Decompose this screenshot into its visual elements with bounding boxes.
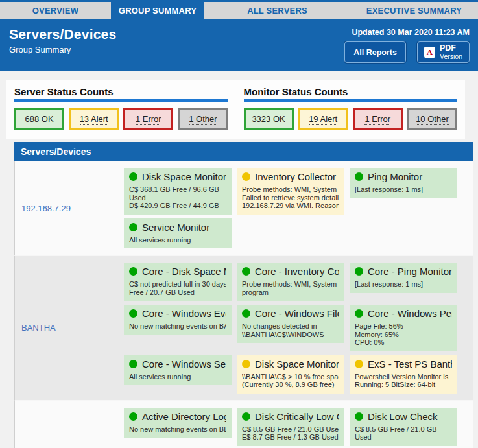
server-name-link[interactable]: BANTHA xyxy=(21,323,56,333)
monitor-title-link[interactable]: Core - Windows File Ch xyxy=(242,308,339,319)
monitor-detail: C$ 368.1 GB Free / 96.6 GBUsedD$ 420.9 G… xyxy=(129,185,226,210)
monitor-title: Core - Disk Space Mon xyxy=(142,266,226,277)
monitor-detail: Probe methods: WMI, System DetailsFailed… xyxy=(242,185,339,210)
detail-line: Free / 20.7 GB Used xyxy=(129,289,226,297)
monitor-cell: Core - Windows PerforPage File: 56%Memor… xyxy=(350,305,457,351)
monitor-title-link[interactable]: Ping Monitor xyxy=(355,171,452,182)
detail-line: No new matching events on BB-8 xyxy=(129,425,226,434)
monitor-title: Service Monitor xyxy=(142,222,209,233)
status-badge-alert[interactable]: 13 Alert xyxy=(69,108,119,130)
detail-line: Running: 5 BitSize: 64-bit xyxy=(355,381,452,389)
tab-all-servers[interactable]: ALL SERVERS xyxy=(204,2,350,19)
detail-line: \\BANTHA\C$ > 10 % free space xyxy=(242,373,339,381)
status-dot-ok-icon xyxy=(129,360,137,368)
badge-label: 1 Other xyxy=(189,114,217,125)
server-name-link[interactable]: 192.168.7.29 xyxy=(21,204,71,213)
detail-line: All services running xyxy=(129,236,226,244)
status-dot-ok-icon xyxy=(129,172,137,181)
detail-line: C$ 8.5 GB Free / 21.0 GB xyxy=(355,425,452,434)
status-badge-error[interactable]: 1 Error xyxy=(123,108,173,130)
monitor-detail: No new matching events on BB-8 xyxy=(129,425,226,434)
monitor-cell: Core - Windows File ChNo changes detecte… xyxy=(237,305,344,343)
monitor-title-link[interactable]: Disk Critically Low Che xyxy=(242,411,339,422)
server-row: 192.168.7.29Disk Space MonitorC$ 368.1 G… xyxy=(14,161,473,256)
report-header: Servers/Devices Group Summary Updated 30… xyxy=(0,19,478,71)
tab-executive-summary[interactable]: EXECUTIVE SUMMARY xyxy=(350,2,478,19)
monitor-grid: Core - Disk Space MonC$ not predicted fu… xyxy=(124,256,457,400)
monitor-cell: Core - Disk Space MonC$ not predicted fu… xyxy=(124,263,232,301)
status-dot-ok-icon xyxy=(355,412,363,421)
monitor-detail: \\BANTHA\C$ > 10 % free space(Currently … xyxy=(242,373,339,389)
monitor-title-link[interactable]: Inventory Collector xyxy=(242,171,339,182)
tab-group-summary[interactable]: GROUP SUMMARY xyxy=(111,2,204,19)
status-dot-alert-icon xyxy=(242,172,250,181)
monitor-title: Core - Windows Perfor xyxy=(368,308,452,319)
monitor-title-link[interactable]: Disk Low Check xyxy=(355,411,452,422)
status-badge-alert[interactable]: 19 Alert xyxy=(298,108,348,130)
monitor-title: Disk Space Monitor Co xyxy=(255,359,339,370)
pdf-version-label: Version xyxy=(440,53,462,61)
badge-label: 3323 OK xyxy=(252,114,285,124)
detail-line: Failed to retrieve system details via W xyxy=(242,194,339,202)
monitor-title-link[interactable]: Disk Space Monitor xyxy=(129,171,226,182)
monitor-title-link[interactable]: Core - Disk Space Mon xyxy=(129,266,226,277)
status-badge-ok: 3323 OK xyxy=(244,108,294,130)
status-badge-error[interactable]: 1 Error xyxy=(353,108,403,130)
status-dot-alert-icon xyxy=(242,360,250,368)
status-dot-ok-icon xyxy=(242,267,250,276)
monitor-cell: Core - Windows EventNo new matching even… xyxy=(124,305,232,335)
monitor-title-link[interactable]: Core - Ping Monitor xyxy=(355,266,452,277)
monitor-title-link[interactable]: Core - Windows Perfor xyxy=(355,308,452,319)
monitor-detail: All services running xyxy=(129,236,226,244)
report-header-titles: Servers/Devices Group Summary xyxy=(9,19,116,71)
status-panel-title: Monitor Status Counts xyxy=(244,86,458,99)
detail-line: \\BANTHA\C$\WINDOWS xyxy=(242,331,339,339)
monitor-cell: Disk Space Monitor Co\\BANTHA\C$ > 10 % … xyxy=(237,355,344,394)
monitor-grid: Disk Space MonitorC$ 368.1 GB Free / 96.… xyxy=(124,161,457,255)
table-rows: 192.168.7.29Disk Space MonitorC$ 368.1 G… xyxy=(14,161,473,448)
monitor-title: Ping Monitor xyxy=(368,171,422,182)
status-badge-other[interactable]: 10 Other xyxy=(407,108,457,130)
monitor-detail: Powershell Version Monitor isRunning: 5 … xyxy=(355,373,452,389)
page-title: Servers/Devices xyxy=(9,27,116,42)
detail-line: program xyxy=(242,289,339,297)
monitor-grid: Active Directory LoginNo new matching ev… xyxy=(124,401,457,448)
monitor-cell: Core - Ping Monitor[Last response: 1 ms] xyxy=(350,263,457,293)
status-dot-ok-icon xyxy=(242,309,250,318)
tab-overview[interactable]: OVERVIEW xyxy=(0,2,111,19)
table-header: Servers/Devices xyxy=(14,142,473,161)
monitor-detail: [Last response: 1 ms] xyxy=(355,280,452,289)
status-dot-ok-icon xyxy=(355,172,363,181)
monitor-cell: Ping Monitor[Last response: 1 ms] xyxy=(350,168,457,198)
monitor-title: Inventory Collector xyxy=(255,171,336,182)
monitor-detail: No changes detected in\\BANTHA\C$\WINDOW… xyxy=(242,322,339,338)
monitor-title-link[interactable]: Service Monitor xyxy=(129,222,226,233)
status-badge-other[interactable]: 1 Other xyxy=(178,108,228,130)
monitor-title: Core - Ping Monitor xyxy=(368,266,452,277)
monitor-title-link[interactable]: Disk Space Monitor Co xyxy=(242,359,339,370)
monitor-title-link[interactable]: Core - Inventory Collec xyxy=(242,266,339,277)
monitor-detail: [Last response: 1 ms] xyxy=(355,185,452,194)
monitor-title-link[interactable]: ExS - Test PS Bantha xyxy=(355,359,452,370)
badge-label: 688 OK xyxy=(25,114,54,124)
status-panel-title: Server Status Counts xyxy=(14,86,228,99)
detail-line: C$ not predicted full in 30 days, 8.9 G xyxy=(129,280,226,289)
monitor-title: Active Directory Login xyxy=(142,411,226,422)
monitor-title-link[interactable]: Active Directory Login xyxy=(129,411,226,422)
monitor-title: Disk Space Monitor xyxy=(142,171,226,182)
all-reports-button[interactable]: All Reports xyxy=(344,41,406,63)
monitor-title: Core - Windows Event xyxy=(142,308,226,319)
detail-line: CPU: 0% xyxy=(355,338,452,347)
monitor-title-link[interactable]: Core - Windows Event xyxy=(129,308,226,319)
title-underline xyxy=(14,99,228,102)
monitor-title: Core - Inventory Collec xyxy=(255,266,339,277)
pdf-version-button[interactable]: A PDF Version xyxy=(417,41,470,63)
monitor-title: Disk Low Check xyxy=(368,411,438,422)
monitor-detail: C$ 8.5 GB Free / 21.0 GBUsed xyxy=(355,425,452,442)
monitor-title: Core - Windows File Ch xyxy=(255,308,339,319)
status-dot-ok-icon xyxy=(129,267,137,276)
monitor-title-link[interactable]: Core - Windows Servic xyxy=(129,359,226,370)
servers-devices-table: Servers/Devices 192.168.7.29Disk Space M… xyxy=(14,142,473,448)
badge-label: 10 Other xyxy=(416,114,449,125)
status-dot-ok-icon xyxy=(242,412,250,421)
